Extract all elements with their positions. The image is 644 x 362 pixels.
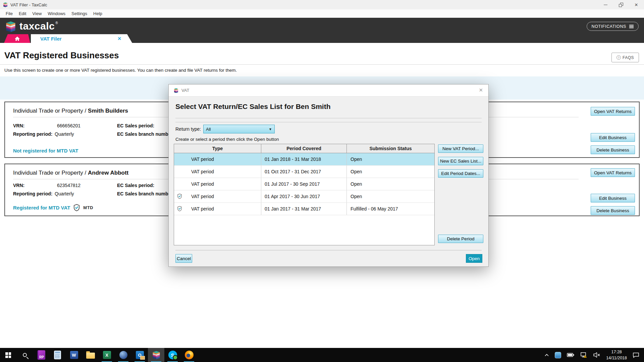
notifications-label: NOTIFICATIONS — [592, 24, 626, 29]
vrn-label: VRN: — [13, 183, 24, 188]
footer-rule — [175, 250, 482, 250]
taskbar-taxcalc[interactable] — [148, 348, 164, 362]
period-covered: 01 Apr 2017 - 30 Jun 2017 — [265, 194, 320, 199]
tray-chevron-up-icon[interactable] — [544, 354, 549, 357]
intel-graphics-tray-icon[interactable] — [555, 352, 561, 358]
period-covered: 01 Jan 2018 - 31 Mar 2018 — [265, 157, 321, 162]
volume-muted-icon[interactable] — [593, 352, 600, 358]
open-vat-returns-button[interactable]: Open VAT Returns — [591, 168, 635, 177]
mtd-badge-label: MTD — [83, 205, 93, 210]
period-type: VAT period — [191, 206, 214, 212]
period-covered: 01 Jul 2017 - 30 Sep 2017 — [265, 181, 320, 187]
business-name: Smith Builders — [88, 108, 128, 114]
question-circle-icon: ? — [616, 55, 621, 60]
taskbar-skype[interactable]: S — [164, 348, 181, 362]
table-row[interactable]: VAT period 01 Jan 2018 - 31 Mar 2018 Ope… — [174, 153, 434, 166]
taskbar-rp-app[interactable]: RP — [33, 348, 49, 362]
ec-sales-period-label: EC Sales period: — [117, 183, 154, 188]
tab-label: VAT Filer — [40, 36, 62, 42]
column-header-submission-status[interactable]: Submission Status — [347, 144, 434, 153]
submission-status: Open — [351, 157, 362, 162]
menu-windows[interactable]: Windows — [45, 11, 68, 16]
menu-file[interactable]: File — [3, 11, 16, 16]
menu-edit[interactable]: Edit — [16, 11, 29, 16]
taskbar: RP W X O S 17:28 14/11/2018 — [0, 348, 644, 362]
submitted-check-icon — [177, 193, 182, 199]
folder-icon — [86, 353, 95, 359]
button-label: Cancel — [177, 256, 191, 261]
button-label: Edit Business — [599, 135, 627, 140]
menu-settings[interactable]: Settings — [68, 11, 90, 16]
new-ec-sales-list-button[interactable]: New EC Sales List... — [438, 157, 483, 165]
delete-business-button[interactable]: Delete Business — [591, 206, 635, 215]
column-header-period-covered[interactable]: Period Covered — [261, 144, 347, 153]
column-header-type[interactable]: Type — [174, 144, 261, 153]
table-header: Type Period Covered Submission Status — [174, 144, 434, 153]
faqs-button[interactable]: ? FAQS — [611, 53, 639, 62]
edit-business-button[interactable]: Edit Business — [591, 194, 635, 202]
minimize-button[interactable] — [598, 0, 613, 9]
button-label: Edit Period Dates... — [441, 171, 480, 176]
windows-logo-icon — [5, 352, 11, 358]
outlook-icon: O — [136, 351, 144, 359]
taskbar-internet-globe[interactable] — [115, 348, 131, 362]
taskbar-calculator[interactable] — [49, 348, 66, 362]
close-window-button[interactable]: ✕ — [629, 0, 644, 9]
window-title: VAT Filer - TaxCalc — [10, 2, 47, 7]
dialog-close-icon[interactable]: ✕ — [479, 87, 483, 93]
taskbar-search-button[interactable] — [16, 348, 33, 362]
taskbar-excel[interactable]: X — [99, 348, 115, 362]
reporting-period-value: Quarterly — [55, 131, 74, 137]
window-controls: ✕ — [598, 0, 644, 9]
excel-icon: X — [103, 351, 111, 359]
logo-registered-mark: ® — [55, 21, 58, 25]
globe-icon — [119, 351, 127, 359]
table-row[interactable]: VAT period 01 Jan 2017 - 31 Mar 2017 Ful… — [174, 203, 434, 215]
dialog-heading: Select VAT Return/EC Sales List for Ben … — [175, 103, 330, 111]
taskbar-word[interactable]: W — [66, 348, 82, 362]
tab-close-icon[interactable]: ✕ — [117, 36, 121, 41]
taskbar-outlook[interactable]: O — [131, 348, 148, 362]
button-label: New VAT Period... — [442, 146, 479, 151]
skype-icon: S — [168, 351, 177, 359]
edit-period-dates-button[interactable]: Edit Period Dates... — [438, 169, 483, 178]
table-row[interactable]: VAT period 01 Oct 2017 - 31 Dec 2017 Ope… — [174, 166, 434, 178]
vat-dialog: VAT ✕ Select VAT Return/EC Sales List fo… — [168, 84, 489, 267]
tab-vat-filer[interactable]: VAT Filer ✕ — [31, 34, 132, 43]
submission-status: Fulfilled - 06 May 2017 — [351, 206, 398, 212]
dialog-titlebar[interactable]: VAT — [169, 84, 488, 97]
restore-button[interactable] — [613, 0, 629, 9]
edit-business-button[interactable]: Edit Business — [591, 133, 635, 142]
table-row[interactable]: VAT period 01 Apr 2017 - 30 Jun 2017 Ope… — [174, 190, 434, 203]
cancel-button[interactable]: Cancel — [175, 254, 192, 263]
period-type: VAT period — [191, 194, 214, 199]
menu-help[interactable]: Help — [90, 11, 105, 16]
tab-home[interactable] — [4, 34, 30, 43]
return-type-select[interactable]: All ▼ — [203, 125, 275, 133]
menu-view[interactable]: View — [29, 11, 45, 16]
window-titlebar[interactable]: VAT Filer - TaxCalc ✕ — [0, 0, 644, 9]
button-label: Edit Business — [599, 196, 627, 201]
action-center-icon[interactable] — [633, 352, 639, 358]
business-name: Andrew Abbott — [88, 170, 128, 176]
taskbar-file-explorer[interactable] — [82, 348, 99, 362]
notifications-button[interactable]: NOTIFICATIONS — [587, 22, 639, 31]
open-button[interactable]: Open — [466, 254, 482, 263]
table-row[interactable]: VAT period 01 Jul 2017 - 30 Sep 2017 Ope… — [174, 178, 434, 190]
battery-icon[interactable] — [567, 353, 574, 357]
button-label: Delete Period — [447, 236, 475, 241]
open-vat-returns-button[interactable]: Open VAT Returns — [591, 107, 635, 116]
delete-period-button[interactable]: Delete Period — [438, 235, 483, 243]
delete-business-button[interactable]: Delete Business — [591, 145, 635, 154]
new-vat-period-button[interactable]: New VAT Period... — [438, 144, 483, 153]
taskbar-firefox[interactable] — [181, 348, 197, 362]
submitted-check-icon — [177, 206, 182, 212]
reporting-period-label: Reporting period: — [13, 191, 52, 196]
period-covered: 01 Oct 2017 - 31 Dec 2017 — [265, 169, 321, 174]
return-type-label: Return type: — [175, 126, 201, 132]
desktop: VAT Filer - TaxCalc ✕ File Edit View Win… — [0, 0, 644, 362]
taskbar-clock[interactable]: 17:28 14/11/2018 — [606, 349, 627, 361]
start-button[interactable] — [0, 348, 16, 362]
submission-status: Open — [351, 194, 362, 199]
network-warning-icon[interactable] — [580, 352, 587, 358]
